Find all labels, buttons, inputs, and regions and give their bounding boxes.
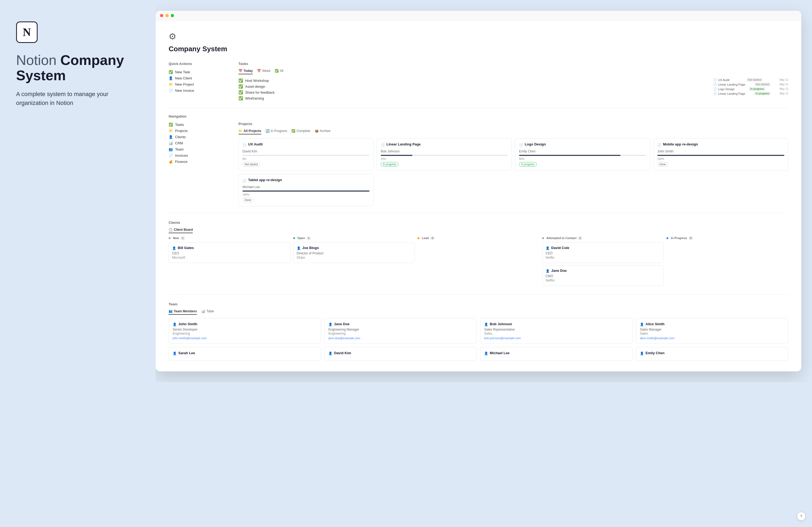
quick-action-new-invoice[interactable]: 📄 New Invoice <box>169 88 228 94</box>
nav-team-label: Team <box>175 147 184 151</box>
team-alice-smith-dept: Sales <box>640 332 784 335</box>
gear-icon: ⚙ <box>169 31 788 42</box>
team-jane-doe-role: Engineering Manager <box>329 328 473 331</box>
client-card-david-cole: 👤 David Cole CEO Netflix <box>542 242 664 263</box>
sidebar-task-3-project: Logo Design <box>718 88 735 91</box>
tab-client-board-icon: 📋 <box>169 228 173 231</box>
tab-archive[interactable]: 📦 Archive <box>315 129 331 134</box>
tab-week[interactable]: 📅 Week <box>257 69 270 74</box>
tab-in-progress-label: In Progress <box>271 129 287 133</box>
tab-all[interactable]: ✅ All <box>275 69 283 74</box>
help-button[interactable]: ? <box>797 512 806 521</box>
clients-section: Clients 📋 Client Board New 1 <box>169 221 788 288</box>
client-joe-blogs-role: Director of Product <box>297 252 412 255</box>
projects-grid: 📄 UX Audit David Kim 0% Not started <box>238 138 788 171</box>
column-lead-count: 0 <box>431 237 435 240</box>
column-header-attempted: Attempted to Contact 2 <box>542 236 664 240</box>
team-bob-johnson-name: Bob Johnson <box>490 322 512 326</box>
nav-tasks[interactable]: ✅ Tasks <box>169 122 228 128</box>
sidebar-task-1-project-icon: 📄 <box>713 78 717 81</box>
task-check-icon: ✅ <box>238 78 243 82</box>
window-minimize-dot[interactable] <box>165 14 169 17</box>
project-tablet-pct: 100% <box>243 193 369 196</box>
quick-action-new-project[interactable]: 📁 New Project <box>169 81 228 88</box>
team-alice-smith-role: Sales Manager <box>640 328 784 331</box>
nav-projects[interactable]: 📁 Projects <box>169 128 228 134</box>
project-logo-pct: 80% <box>519 157 646 161</box>
dot-lead <box>418 237 419 239</box>
project-card-ux-audit: 📄 UX Audit David Kim 0% Not started <box>238 138 374 171</box>
window-maximize-dot[interactable] <box>171 14 174 17</box>
nav-crm[interactable]: 📊 CRM <box>169 140 228 146</box>
sidebar-task-4-status: In progress <box>754 92 771 95</box>
quick-actions-section: Quick Actions ✅ New Task 👤 New Client 📁 <box>169 62 228 101</box>
projects-extra-row: 📄 Tablet app re-design Michael Lee 100% … <box>238 174 788 206</box>
tab-client-board[interactable]: 📋 Client Board <box>169 228 193 233</box>
new-client-icon: 👤 <box>169 76 173 80</box>
hero-title-notion: Notion <box>16 52 56 68</box>
tasks-tabs: 📅 Today 📅 Week ✅ All <box>238 69 788 74</box>
team-card-john-smith: 👤 John Smith Senior Developer Engineerin… <box>169 318 321 344</box>
dot-client-inprogress <box>666 237 668 239</box>
column-open-label: Open <box>298 236 305 240</box>
window-close-dot[interactable] <box>160 14 163 17</box>
project-tablet-progress-bar <box>243 191 369 192</box>
page-title: Company System <box>169 45 788 53</box>
nav-clients-label: Clients <box>175 135 186 139</box>
column-client-inprogress-count: 0 <box>689 237 693 240</box>
project-linear-title: Linear Landing Page <box>387 142 421 146</box>
nav-invoices[interactable]: 📄 Invoices <box>169 152 228 159</box>
tab-all-projects[interactable]: 📁 All Projects <box>238 129 261 134</box>
nav-clients[interactable]: 👤 Clients <box>169 134 228 140</box>
task-row-asset-design: ✅ Asset design <box>238 84 709 89</box>
project-tablet-title: Tablet app re-design <box>248 178 282 182</box>
window-header <box>156 11 801 21</box>
nav-crm-icon: 📊 <box>169 141 173 145</box>
sidebar-task-2-status: Not started <box>754 82 771 86</box>
tab-team-members[interactable]: 👥 Team Members <box>169 310 197 315</box>
client-jane-doe-name: Jane Doe <box>551 269 567 273</box>
tab-complete[interactable]: ✅ Complete <box>291 129 310 134</box>
nav-finance[interactable]: 💰 Finance <box>169 159 228 165</box>
sidebar-task-1-status: Not started <box>746 78 763 81</box>
sidebar-task-3-project-icon: 📄 <box>713 87 717 91</box>
project-card-logo: 📄 Logo Design Emily Chen 80% In progress <box>515 138 650 171</box>
column-attempted-count: 2 <box>578 237 582 240</box>
team-bob-johnson-role: Sales Representative <box>484 328 628 331</box>
projects-section: Projects 📁 All Projects 🔄 In Progress ✅ <box>238 122 788 206</box>
nav-projects-row: Navigation ✅ Tasks 📁 Projects 👤 Clients <box>169 114 788 206</box>
project-tablet-status: Done <box>243 198 253 202</box>
team-alice-smith-name: Alice Smith <box>646 322 665 326</box>
quick-tasks-row: Quick Actions ✅ New Task 👤 New Client 📁 <box>169 62 788 101</box>
tab-team-table-label: Table <box>206 310 214 313</box>
project-tablet-person: Michael Lee <box>243 185 369 189</box>
task-row-host-workshop: ✅ Host Workshop <box>238 77 709 84</box>
new-project-label: New Project <box>175 82 194 86</box>
nav-team[interactable]: 👥 Team <box>169 146 228 152</box>
quick-action-new-client[interactable]: 👤 New Client <box>169 75 228 81</box>
projects-title: Projects <box>238 122 788 126</box>
project-tablet-icon: 📄 <box>243 179 246 183</box>
right-panel: ⚙ Company System Quick Actions ✅ New Tas… <box>156 0 812 382</box>
project-ux-audit-person: David Kim <box>243 149 369 153</box>
client-column-new: New 1 👤 Bill Gates CEO Microsoft <box>169 236 291 288</box>
sidebar-task-1-project: UX Audit <box>718 78 729 81</box>
client-joe-blogs-name: Joe Blogs <box>302 246 319 250</box>
tab-in-progress[interactable]: 🔄 In Progress <box>265 129 287 134</box>
project-mobile-title: Mobile app re-design <box>663 142 698 146</box>
quick-actions-list: ✅ New Task 👤 New Client 📁 New Project <box>169 69 228 94</box>
tab-week-label: Week <box>262 69 270 73</box>
sidebar-task-2-project-icon: 📄 <box>713 82 717 86</box>
client-column-attempted: Attempted to Contact 2 👤 David Cole CEO … <box>542 236 664 288</box>
dot-new <box>169 237 171 239</box>
tab-team-table[interactable]: 📊 Table <box>201 310 214 315</box>
client-david-cole-company: Netflix <box>546 256 661 259</box>
sidebar-task-4-project: Linear Landing Page <box>718 92 745 95</box>
navigation-title: Navigation <box>169 114 228 118</box>
sidebar-task-1: 📄 UX Audit Not started May 21 <box>713 77 788 82</box>
quick-action-new-task[interactable]: ✅ New Task <box>169 69 228 75</box>
dot-attempted <box>542 237 544 239</box>
tab-today[interactable]: 📅 Today <box>238 69 253 74</box>
nav-finance-label: Finance <box>175 160 187 164</box>
hero-subtitle: A complete system to manage your organiz… <box>16 90 124 107</box>
